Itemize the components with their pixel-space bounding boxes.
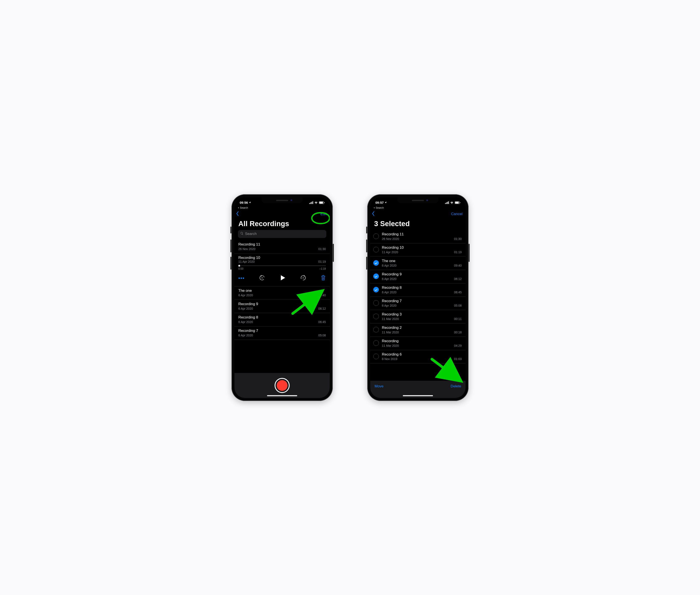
- recording-duration: 01:30: [318, 247, 326, 251]
- select-checkbox[interactable]: [373, 260, 379, 266]
- edit-button[interactable]: Edit: [321, 212, 327, 216]
- svg-marker-8: [260, 275, 262, 277]
- recording-date: 11 Mar 2020: [382, 344, 399, 347]
- recording-duration: 06:45: [318, 320, 326, 324]
- recording-name: Recording 10: [382, 246, 404, 250]
- recording-name: Recording 7: [238, 329, 258, 333]
- home-indicator[interactable]: [403, 395, 433, 396]
- recording-duration: 01:19: [454, 251, 462, 254]
- cancel-button[interactable]: Cancel: [451, 212, 462, 216]
- recording-row[interactable]: The one6 Apr 202009:40: [370, 257, 465, 270]
- recording-row[interactable]: Recording 1126 Nov 202001:30: [370, 230, 465, 243]
- select-checkbox[interactable]: [373, 287, 379, 292]
- recording-date: 6 Apr 2020: [382, 304, 397, 307]
- select-checkbox[interactable]: [373, 314, 379, 319]
- record-button[interactable]: [275, 378, 290, 393]
- recording-row[interactable]: The one 6 Apr 202009:40: [235, 286, 330, 300]
- location-icon: [249, 201, 251, 204]
- recording-name: Recording 11: [238, 242, 260, 247]
- recording-row[interactable]: Recording 7 6 Apr 202005:08: [235, 327, 330, 340]
- recording-duration: 06:12: [318, 307, 326, 310]
- recording-row[interactable]: Recording 86 Apr 202006:45: [370, 283, 465, 297]
- svg-marker-11: [304, 275, 305, 277]
- recording-duration: 01:19: [318, 260, 326, 263]
- recording-date: 26 Nov 2020: [238, 247, 255, 251]
- svg-rect-17: [448, 201, 449, 204]
- recording-name: Recording 7: [382, 299, 402, 303]
- svg-rect-14: [445, 203, 446, 204]
- recording-duration: 06:12: [454, 277, 462, 281]
- scrubber[interactable]: [238, 265, 326, 266]
- page-title: 3 Selected: [370, 218, 465, 230]
- svg-rect-16: [447, 202, 448, 204]
- svg-rect-15: [446, 202, 447, 204]
- recording-date: 6 Apr 2020: [238, 293, 253, 297]
- wifi-icon: [314, 201, 318, 204]
- search-input[interactable]: Search: [238, 230, 326, 238]
- skip-forward-15-button[interactable]: 15: [300, 275, 306, 282]
- select-checkbox[interactable]: [373, 233, 379, 239]
- select-checkbox[interactable]: [373, 274, 379, 279]
- recording-date: 6 Apr 2020: [382, 264, 397, 267]
- record-footer: [235, 373, 330, 398]
- recording-row[interactable]: Recording 11 26 Nov 2020 01:30: [235, 240, 330, 253]
- recording-row[interactable]: Recording 96 Apr 202006:12: [370, 270, 465, 283]
- recording-duration: 00:18: [454, 331, 462, 334]
- recording-date: 6 Apr 2020: [382, 290, 397, 294]
- delete-button[interactable]: Delete: [451, 384, 461, 389]
- recording-list[interactable]: Recording 11 26 Nov 2020 01:30 Recording…: [235, 240, 330, 373]
- recording-name: Recording 10: [238, 256, 260, 260]
- svg-text:15: 15: [261, 277, 263, 279]
- back-button[interactable]: [236, 211, 239, 217]
- recording-name: Recording 11: [382, 232, 404, 236]
- recording-row[interactable]: Recording 8 6 Apr 202006:45: [235, 313, 330, 327]
- battery-icon: [319, 201, 325, 204]
- recording-date: 8 Nov 2019: [382, 357, 397, 361]
- recording-duration: 04:29: [454, 344, 462, 347]
- recording-name: The one: [382, 259, 395, 263]
- recording-name: Recording 8: [382, 286, 402, 290]
- home-indicator[interactable]: [267, 395, 297, 396]
- recording-date: 11 Apr 2020: [238, 260, 255, 263]
- skip-back-15-button[interactable]: 15: [259, 275, 265, 282]
- svg-rect-3: [313, 201, 313, 204]
- scrubber-knob[interactable]: [238, 265, 240, 266]
- status-time: 09:56: [240, 201, 248, 204]
- select-checkbox[interactable]: [373, 340, 379, 346]
- recording-date: 6 Apr 2020: [238, 334, 253, 337]
- breadcrumb[interactable]: Search: [235, 206, 330, 210]
- back-button[interactable]: [372, 211, 375, 217]
- svg-rect-2: [312, 202, 312, 204]
- recording-duration: 00:11: [454, 317, 462, 321]
- recording-row[interactable]: Recording 68 Nov 201901:03: [370, 350, 465, 364]
- nav-bar: Cancel: [370, 210, 465, 218]
- svg-rect-19: [455, 202, 459, 203]
- recording-date: 11 Apr 2020: [382, 251, 398, 254]
- select-checkbox[interactable]: [373, 327, 379, 333]
- svg-rect-5: [319, 202, 323, 203]
- wifi-icon: [450, 201, 454, 204]
- recording-row[interactable]: Recording 311 Mar 202000:11: [370, 310, 465, 323]
- select-checkbox[interactable]: [373, 247, 379, 252]
- delete-recording-button[interactable]: [321, 275, 326, 281]
- recording-row-expanded[interactable]: Recording 10 11 Apr 2020 01:19 0:00 –1:1…: [235, 253, 330, 286]
- recording-row[interactable]: Recording 76 Apr 202005:08: [370, 297, 465, 310]
- breadcrumb-label: Search: [376, 206, 384, 209]
- recording-row[interactable]: Recording11 Mar 202004:29: [370, 337, 465, 350]
- recording-row[interactable]: Recording 1011 Apr 202001:19: [370, 243, 465, 257]
- phone-right: 09:57 Search Cancel 3 Selected: [367, 194, 468, 401]
- recording-duration: 01:03: [454, 357, 462, 361]
- select-checkbox[interactable]: [373, 353, 379, 359]
- move-button[interactable]: Move: [375, 384, 384, 389]
- svg-rect-6: [324, 202, 325, 203]
- breadcrumb[interactable]: Search: [370, 206, 465, 210]
- recording-row[interactable]: Recording 211 Mar 202000:18: [370, 323, 465, 337]
- play-button[interactable]: [279, 275, 286, 282]
- recording-row[interactable]: Recording 9 6 Apr 202006:12: [235, 300, 330, 313]
- select-checkbox[interactable]: [373, 300, 379, 306]
- recording-name: Recording 2: [382, 325, 402, 330]
- record-icon: [277, 380, 288, 391]
- recording-name: Recording: [382, 339, 399, 343]
- recording-list[interactable]: Recording 1126 Nov 202001:30Recording 10…: [370, 230, 465, 398]
- recording-date: 11 Mar 2020: [382, 317, 399, 321]
